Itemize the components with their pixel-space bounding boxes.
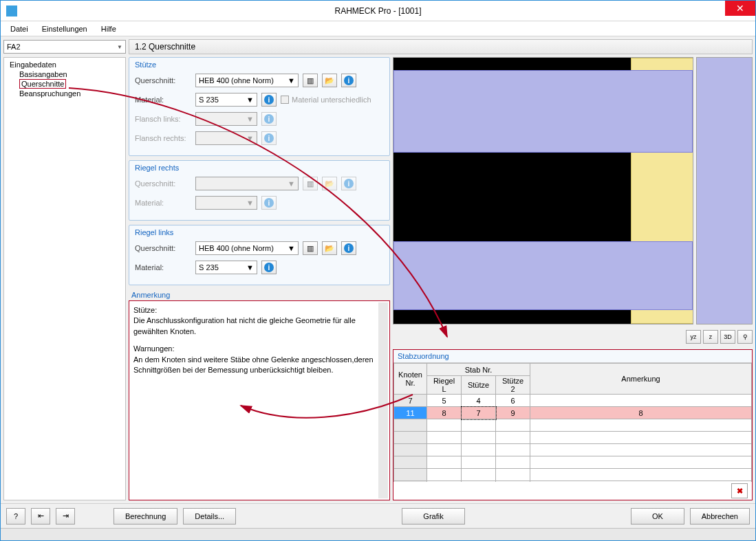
- table-row[interactable]: 11 8 7 9 8: [394, 407, 752, 419]
- window-title: RAHMECK Pro - [1001]: [334, 6, 421, 16]
- view-z-button[interactable]: z: [703, 330, 718, 344]
- tree-item-basisangaben[interactable]: Basisangaben: [10, 70, 120, 78]
- status-bar: [1, 528, 755, 540]
- table-row[interactable]: [394, 456, 752, 469]
- view-yz-button[interactable]: yz: [686, 330, 701, 344]
- label-querschnitt: Querschnitt:: [135, 76, 191, 85]
- info-button: i: [261, 196, 277, 210]
- rl-querschnitt-combo[interactable]: HEB 400 (ohne Norm)▼: [195, 241, 299, 255]
- info-icon: i: [264, 198, 274, 208]
- library-button[interactable]: 📂: [322, 74, 337, 87]
- tree-root[interactable]: Eingabedaten: [10, 60, 120, 69]
- info-icon: i: [264, 114, 274, 124]
- info-button: i: [341, 177, 356, 190]
- flansch-links-combo: ▼: [195, 112, 257, 126]
- table-row[interactable]: 7 5 4 6: [394, 395, 752, 407]
- rr-querschnitt-combo: ▼: [195, 177, 299, 190]
- info-button[interactable]: i: [341, 241, 356, 255]
- pick-section-button: ▥: [303, 177, 318, 190]
- info-button[interactable]: i: [261, 93, 277, 107]
- info-icon: i: [344, 76, 354, 85]
- ok-button[interactable]: OK: [631, 508, 684, 525]
- table-row[interactable]: [394, 444, 752, 456]
- preview-3d[interactable]: [393, 57, 693, 324]
- app-icon: [6, 5, 17, 16]
- col-riegel-l: Riegel L: [427, 376, 462, 395]
- tree-item-querschnitte[interactable]: Querschnitte: [19, 79, 66, 89]
- nav-tree: Eingabedaten Basisangaben Querschnitte B…: [3, 57, 126, 500]
- col-stuetze2: Stütze 2: [496, 376, 530, 395]
- library-button: 📂: [322, 177, 337, 190]
- info-button: i: [261, 112, 277, 126]
- info-icon: i: [264, 133, 274, 143]
- flansch-rechts-combo: ▼: [195, 131, 257, 145]
- anmerkung-title: Anmerkung: [129, 289, 390, 300]
- stuetze-material-combo[interactable]: S 235▼: [195, 93, 257, 107]
- library-button[interactable]: 📂: [322, 241, 337, 255]
- chevron-down-icon: ▼: [117, 44, 122, 50]
- label-rl-querschnitt: Querschnitt:: [135, 244, 191, 252]
- grafik-button[interactable]: Grafik: [402, 508, 464, 525]
- anmerkung-text: Stütze: Die Anschlusskonfiguration hat n…: [129, 300, 390, 500]
- col-knoten-nr: Knoten Nr.: [394, 364, 427, 395]
- tree-item-beanspruchungen[interactable]: Beanspruchungen: [10, 89, 120, 98]
- info-icon: i: [264, 263, 274, 272]
- label-rl-material: Material:: [135, 263, 191, 272]
- menu-help[interactable]: Hilfe: [94, 23, 123, 34]
- info-button: i: [261, 131, 277, 145]
- info-button[interactable]: i: [341, 74, 356, 87]
- col-stuetze: Stütze: [462, 376, 496, 395]
- close-button[interactable]: ✕: [725, 1, 755, 16]
- table-row[interactable]: [394, 419, 752, 432]
- group-title-stuetze: Stütze: [129, 58, 389, 70]
- group-title-riegel-links: Riegel links: [129, 225, 389, 238]
- label-rr-querschnitt: Querschnitt:: [135, 179, 191, 188]
- case-selector-value: FA2: [7, 43, 21, 51]
- rr-material-combo: ▼: [195, 196, 257, 210]
- info-icon: i: [344, 179, 354, 188]
- scrollbar[interactable]: [378, 302, 388, 498]
- next-button[interactable]: ⇥: [56, 508, 75, 525]
- case-selector[interactable]: FA2 ▼: [3, 40, 126, 54]
- label-flansch-rechts: Flansch rechts:: [135, 134, 191, 142]
- info-icon: i: [344, 243, 354, 253]
- label-flansch-links: Flansch links:: [135, 115, 191, 123]
- delete-row-button[interactable]: ✖: [731, 483, 748, 498]
- prev-button[interactable]: ⇤: [31, 508, 50, 525]
- stabzuordnung-panel: Stabzuordnung Knoten Nr. Stab Nr. Anmerk…: [393, 349, 753, 500]
- help-button[interactable]: ?: [6, 508, 25, 525]
- group-title-riegel-rechts: Riegel rechts: [129, 161, 389, 173]
- menu-settings[interactable]: Einstellungen: [35, 23, 94, 34]
- table-row[interactable]: [394, 432, 752, 444]
- stabzuordnung-table[interactable]: Knoten Nr. Stab Nr. Anmerkung Riegel L S…: [393, 363, 752, 482]
- rl-material-combo[interactable]: S 235▼: [195, 261, 257, 274]
- abbrechen-button[interactable]: Abbrechen: [690, 508, 750, 525]
- stuetze-querschnitt-combo[interactable]: HEB 400 (ohne Norm)▼: [195, 74, 299, 87]
- info-button[interactable]: i: [261, 261, 277, 274]
- label-material: Material:: [135, 96, 191, 104]
- table-row[interactable]: [394, 469, 752, 481]
- preview-section[interactable]: [696, 57, 753, 324]
- zoom-button[interactable]: ⚲: [737, 330, 753, 344]
- page-title: 1.2 Querschnitte: [129, 39, 753, 54]
- pick-section-button[interactable]: ▥: [303, 74, 318, 87]
- view-3d-button[interactable]: 3D: [720, 330, 735, 344]
- col-anmerkung: Anmerkung: [530, 364, 752, 395]
- pick-section-button[interactable]: ▥: [303, 241, 318, 255]
- label-rr-material: Material:: [135, 199, 191, 207]
- col-stab-nr: Stab Nr.: [427, 364, 530, 376]
- berechnung-button[interactable]: Berechnung: [114, 508, 177, 525]
- table-title: Stabzuordnung: [393, 350, 752, 363]
- material-diff-checkbox[interactable]: Material unterschiedlich: [281, 96, 371, 104]
- info-icon: i: [264, 95, 274, 104]
- menu-file[interactable]: Datei: [3, 23, 35, 34]
- details-button[interactable]: Details...: [183, 508, 236, 525]
- table-row[interactable]: [394, 481, 752, 483]
